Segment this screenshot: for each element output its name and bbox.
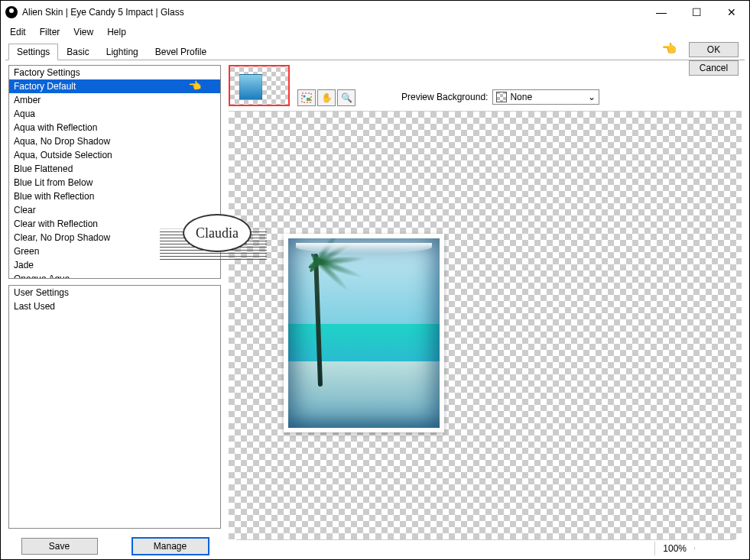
- preview-bg-value: None: [510, 92, 532, 102]
- factory-item[interactable]: Aqua with Reflection: [9, 121, 220, 134]
- menu-edit[interactable]: Edit: [4, 25, 32, 39]
- user-settings-header[interactable]: User Settings: [9, 286, 220, 299]
- factory-item[interactable]: Clear, No Drop Shadow: [9, 231, 220, 244]
- minimize-button[interactable]: —: [644, 1, 679, 24]
- factory-item[interactable]: Blue Flattened: [9, 162, 220, 176]
- factory-item[interactable]: Aqua, Outside Selection: [9, 148, 220, 162]
- save-button[interactable]: Save: [21, 538, 98, 555]
- tabbar: Settings Basic Lighting Bevel Profile: [5, 42, 745, 60]
- tab-bevel-profile[interactable]: Bevel Profile: [147, 44, 215, 60]
- tab-basic[interactable]: Basic: [58, 44, 97, 60]
- factory-item[interactable]: Clear: [9, 203, 220, 217]
- list-buttons: Save Manage: [8, 535, 221, 556]
- tab-lighting[interactable]: Lighting: [98, 44, 147, 60]
- content: Factory Settings Factory Default 👉 Amber…: [1, 60, 749, 559]
- navigator-thumbnail[interactable]: [229, 65, 290, 106]
- zoom-tool-icon[interactable]: 🔍: [337, 89, 356, 106]
- navigator-image: [239, 74, 262, 100]
- ok-button-label: OK: [707, 44, 720, 55]
- manage-button[interactable]: Manage: [132, 538, 209, 555]
- preview-canvas[interactable]: Claudia: [229, 111, 742, 539]
- factory-item[interactable]: Blue with Reflection: [9, 189, 220, 203]
- maximize-button[interactable]: ☐: [679, 1, 714, 24]
- factory-settings-header[interactable]: Factory Settings: [9, 66, 220, 79]
- factory-item[interactable]: Opaque Aqua: [9, 272, 220, 279]
- preview-panel: ✋ 🔍 Preview Background: None ⌄ Claudia: [229, 65, 742, 556]
- preview-bg-label: Preview Background:: [401, 92, 488, 102]
- factory-settings-list[interactable]: Factory Settings Factory Default 👉 Amber…: [8, 65, 221, 279]
- preview-bg-control: Preview Background: None ⌄: [401, 89, 599, 105]
- factory-item[interactable]: Aqua, No Drop Shadow: [9, 134, 220, 148]
- factory-item[interactable]: Blue Lit from Below: [9, 176, 220, 189]
- status-spacer: [694, 547, 728, 550]
- svg-point-1: [304, 95, 306, 98]
- svg-rect-2: [307, 98, 310, 101]
- window-controls: — ☐ ✕: [644, 1, 749, 24]
- menu-help[interactable]: Help: [101, 25, 132, 39]
- titlebar: Alien Skin | Eye Candy 5 Impact | Glass …: [1, 1, 749, 24]
- user-item[interactable]: Last Used: [9, 299, 220, 313]
- factory-item-label: Factory Default: [14, 81, 76, 92]
- preview-image: [284, 234, 444, 432]
- zoom-level: 100%: [654, 542, 694, 555]
- checker-swatch-icon: [496, 92, 507, 102]
- factory-item[interactable]: Amber: [9, 93, 220, 107]
- factory-item[interactable]: Green: [9, 244, 220, 258]
- pointer-icon: 👉: [189, 79, 202, 92]
- factory-item[interactable]: Jade: [9, 258, 220, 272]
- user-settings-list[interactable]: User Settings Last Used: [8, 285, 221, 529]
- marquee-tool-icon[interactable]: [297, 89, 316, 106]
- preview-toolbar: ✋ 🔍 Preview Background: None ⌄: [229, 65, 742, 108]
- factory-item[interactable]: Clear with Reflection: [9, 217, 220, 231]
- close-button[interactable]: ✕: [714, 1, 749, 24]
- pointer-icon: 👉: [662, 41, 677, 56]
- menu-view[interactable]: View: [67, 25, 99, 39]
- factory-item-default[interactable]: Factory Default 👉: [9, 79, 220, 93]
- ok-button[interactable]: 👉 OK: [689, 42, 739, 57]
- window-title: Alien Skin | Eye Candy 5 Impact | Glass: [22, 7, 644, 18]
- preview-bg-select[interactable]: None ⌄: [492, 89, 599, 105]
- factory-item[interactable]: Aqua: [9, 107, 220, 121]
- chevron-down-icon: ⌄: [588, 92, 596, 102]
- statusbar: 100%: [236, 539, 734, 556]
- app-icon: [5, 6, 18, 18]
- menubar: Edit Filter View Help: [1, 24, 749, 40]
- tab-settings[interactable]: Settings: [8, 44, 58, 60]
- menu-filter[interactable]: Filter: [34, 25, 67, 39]
- hand-tool-icon[interactable]: ✋: [317, 89, 336, 106]
- settings-panel: Factory Settings Factory Default 👉 Amber…: [8, 65, 221, 556]
- preview-tool-icons: ✋ 🔍: [297, 89, 356, 106]
- window: Alien Skin | Eye Candy 5 Impact | Glass …: [0, 0, 750, 560]
